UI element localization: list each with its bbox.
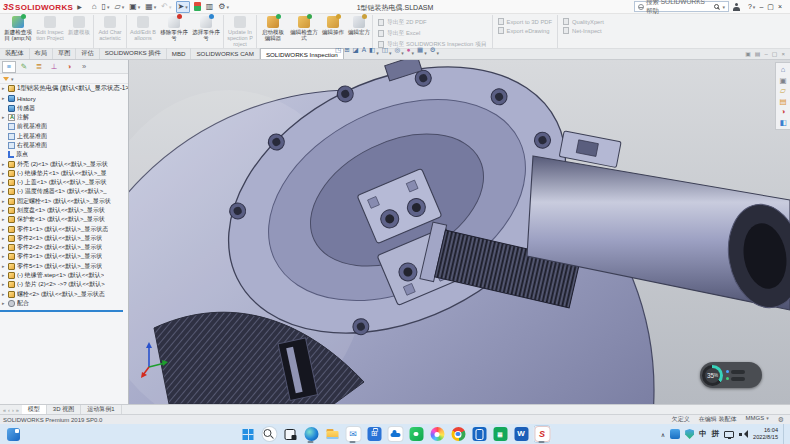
export-menu-item[interactable]: 导出至 Excel (378, 29, 487, 38)
tree-item[interactable]: (-) 温度传感器<1> (默认<<默认>_ (0, 187, 128, 196)
taskbar-app-button[interactable] (429, 425, 446, 443)
tree-item[interactable]: (-) 绝缘垫片<1> (默认<<默认>_显 (0, 169, 128, 178)
show-desktop-button[interactable] (783, 424, 786, 444)
clock[interactable]: 16:04 2022/8/15 (753, 427, 778, 440)
quick-access-button[interactable]: ▦ (144, 1, 157, 13)
filter-caret-icon[interactable]: ▾ (11, 76, 14, 82)
ribbon-button[interactable]: Edit Inspection Project (34, 15, 66, 48)
quick-access-button[interactable]: ⌂ (91, 1, 98, 13)
tab-nav-arrow-icon[interactable]: « (3, 407, 6, 413)
dropdown-caret-icon[interactable] (168, 3, 172, 10)
panel-tab[interactable]: ◑ (62, 61, 76, 73)
task-pane-tab-icon[interactable]: ▤ (779, 98, 786, 106)
view-tool-button[interactable]: ◫ (382, 42, 392, 58)
taskbar-app-button[interactable] (408, 425, 425, 443)
taskbar-app-button[interactable]: S (534, 425, 551, 443)
window-control-button[interactable]: ▢ (765, 3, 776, 10)
doc-window-button[interactable]: ▣ (745, 51, 751, 57)
quick-access-button[interactable]: ⚙ (217, 1, 230, 13)
status-gear-icon[interactable]: ⚙ (778, 416, 784, 424)
tree-item[interactable]: (-) 绝缘管.step<1> (默认<<默认> (0, 271, 128, 280)
view-tool-button[interactable]: ◳ (335, 47, 341, 54)
tab-nav-arrow-icon[interactable]: » (16, 407, 19, 413)
taskbar-app-button[interactable] (387, 425, 404, 443)
tree-item[interactable]: 保护套<1> (默认<<默认>_显示状 (0, 215, 128, 224)
dropdown-caret-icon[interactable] (121, 3, 125, 10)
quick-access-button[interactable]: ▥ (205, 1, 215, 13)
taskbar-app-button[interactable] (240, 425, 257, 443)
command-tab[interactable]: 评估 (76, 48, 99, 59)
ribbon-button[interactable]: 新建模板 (66, 15, 92, 48)
dropdown-caret-icon[interactable] (226, 3, 230, 10)
view-tool-button[interactable]: ◎ (394, 42, 403, 58)
tree-item[interactable]: (-) 垫片 (2)<2> ->? (默认<<默认> (0, 280, 128, 289)
taskbar-app-button[interactable] (450, 425, 467, 443)
view-tool-caret-icon[interactable] (375, 42, 379, 58)
task-pane-tab-icon[interactable]: ◧ (779, 119, 786, 127)
ribbon-button[interactable]: 编辑检查方式 (288, 15, 320, 48)
tree-item[interactable]: 刻度盘<1> (默认<<默认>_显示状 (0, 206, 128, 215)
assembly-root-item[interactable]: 1型铠装热电偶 (默认<默认_显示状态-1> (0, 84, 128, 93)
doc-tab[interactable]: 运动算例1 (81, 405, 121, 414)
task-pane-tab-icon[interactable]: ◑ (781, 108, 786, 116)
command-tab[interactable]: SOLIDWORKS 插件 (100, 48, 167, 59)
widgets-icon[interactable] (7, 428, 20, 441)
tree-item[interactable]: 零件1<1> (默认<<默认>_显示状态 (0, 224, 128, 233)
taskbar-app-button[interactable]: ⊞ (366, 425, 383, 443)
taskbar-app-button[interactable] (303, 425, 320, 443)
window-control-button[interactable]: × (776, 3, 784, 10)
export-menu-item[interactable]: Export eDrawing (498, 27, 552, 34)
tab-nav-arrow-icon[interactable]: › (12, 407, 14, 413)
taskbar-app-button[interactable]: ≣ (492, 425, 509, 443)
taskbar-app-button[interactable] (324, 425, 341, 443)
recorder-indicator-row[interactable] (726, 370, 757, 374)
quick-access-button[interactable]: ▣ (128, 1, 141, 13)
dropdown-caret-icon[interactable] (137, 3, 141, 10)
tree-item[interactable]: 固定螺栓<1> (默认<<默认>_显示状 (0, 197, 128, 206)
view-tool-caret-icon[interactable] (411, 42, 415, 58)
command-tab[interactable]: 装配体 (0, 48, 30, 59)
tree-item[interactable]: 螺栓<2> (默认<<默认>_显示状态 (0, 290, 128, 299)
quick-access-button[interactable]: ↶ (160, 1, 172, 13)
tree-item[interactable]: 零件2<1> (默认<<默认>_显示状 (0, 234, 128, 243)
export-menu-item[interactable]: Net-Inspect (563, 27, 604, 34)
ribbon-button[interactable]: 启动模板编辑器 (256, 15, 288, 48)
search-input[interactable]: 搜索 SOLIDWORKS 帮助 (634, 1, 729, 12)
command-tab[interactable]: 草图 (53, 48, 76, 59)
volume-icon[interactable] (739, 430, 748, 439)
view-tool-button[interactable]: ● (407, 42, 414, 58)
doc-window-button[interactable]: ▤ (755, 51, 761, 57)
ribbon-button[interactable]: Update Inspection Project (223, 15, 255, 48)
ribbon-button[interactable]: 移除零件序号 (158, 15, 190, 48)
menu-expand-icon[interactable]: ▶ (77, 3, 82, 10)
view-tool-button[interactable]: ▦ (417, 42, 427, 58)
taskbar-app-button[interactable] (261, 425, 278, 443)
tab-nav-arrow-icon[interactable]: ‹ (8, 407, 10, 413)
view-tool-button[interactable]: A (362, 47, 366, 54)
ribbon-button[interactable]: Add Characteristic (93, 15, 125, 48)
doc-tab[interactable]: 3D 视图 (47, 405, 81, 414)
view-tool-button[interactable]: ◪ (353, 47, 359, 54)
quick-access-button[interactable]: ▯ (101, 1, 111, 13)
quick-access-button[interactable]: ➤ (176, 1, 190, 13)
quick-access-button[interactable] (193, 1, 202, 13)
ribbon-button[interactable]: 选择零件序号 (190, 15, 222, 48)
command-tab[interactable]: SOLIDWORKS CAM (191, 48, 259, 59)
view-tool-button[interactable]: ◧ (369, 42, 379, 58)
dropdown-caret-icon[interactable] (106, 3, 110, 10)
tree-filter[interactable]: ▾ (0, 74, 128, 84)
ribbon-button[interactable]: 新建检查项目 (amp;N) (2, 15, 34, 48)
taskbar-app-button[interactable]: ✉ (345, 425, 362, 443)
search-options-caret-icon[interactable] (721, 3, 725, 10)
doc-window-button[interactable]: – (764, 51, 767, 57)
panel-tab[interactable]: ≡ (2, 61, 16, 73)
tray-app-icon[interactable] (670, 429, 680, 439)
view-tool-caret-icon[interactable] (423, 42, 427, 58)
export-menu-item[interactable]: 导出至 2D PDF (378, 18, 487, 27)
ime-layout-indicator[interactable]: 拼 (712, 429, 720, 439)
taskbar-app-button[interactable] (471, 425, 488, 443)
tree-item[interactable]: History (0, 94, 128, 103)
screen-recorder-widget[interactable]: 35% (700, 362, 762, 388)
command-tab[interactable]: SOLIDWORKS Inspection (260, 48, 344, 59)
taskbar-app-button[interactable] (282, 425, 299, 443)
